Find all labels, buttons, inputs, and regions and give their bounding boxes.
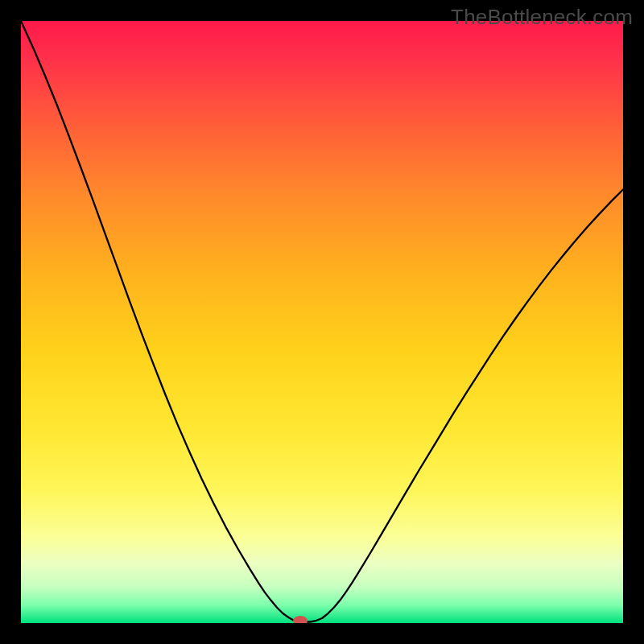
chart-frame: TheBottleneck.com	[0, 0, 644, 644]
chart-svg	[21, 21, 623, 623]
plot-area	[21, 21, 623, 623]
watermark-text: TheBottleneck.com	[451, 5, 633, 30]
gradient-background	[21, 21, 623, 623]
